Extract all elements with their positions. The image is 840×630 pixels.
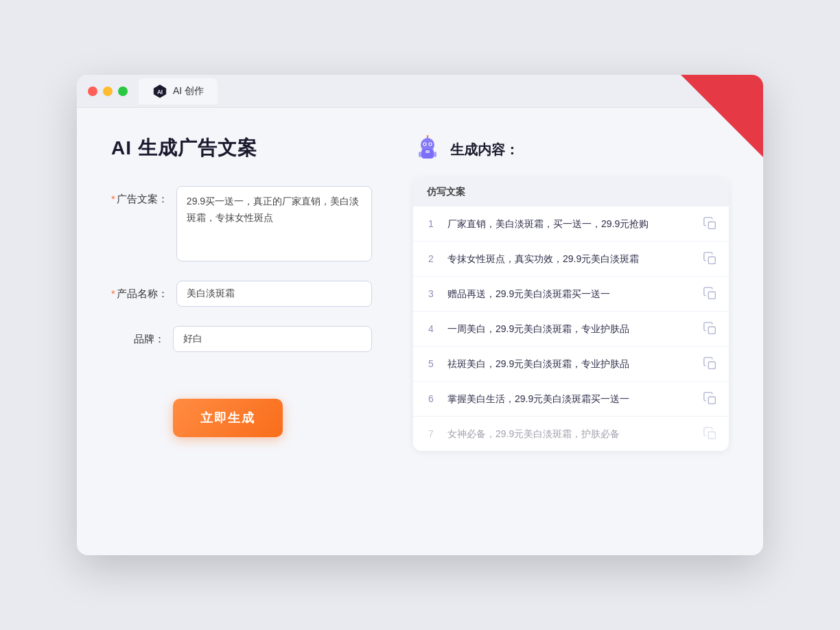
copy-icon[interactable] <box>703 286 718 301</box>
result-row: 6 掌握美白生活，29.9元美白淡斑霜买一送一 <box>413 382 729 417</box>
result-row: 7 女神必备，29.9元美白淡斑霜，护肤必备 <box>413 417 729 451</box>
svg-point-7 <box>424 143 425 145</box>
result-title: 生成内容： <box>450 141 519 159</box>
copy-icon[interactable] <box>703 426 718 441</box>
ad-copy-group: *广告文案： 29.9买一送一，真正的厂家直销，美白淡斑霜，专抹女性斑点 <box>111 186 372 261</box>
tab-ai-create[interactable]: AI AI 创作 <box>139 78 218 104</box>
row-number: 3 <box>424 288 438 299</box>
row-number: 5 <box>424 358 438 369</box>
ad-copy-label: *广告文案： <box>111 186 176 206</box>
required-star-product: * <box>111 288 115 299</box>
title-bar: AI AI 创作 <box>77 75 763 108</box>
copy-icon[interactable] <box>703 216 718 231</box>
svg-rect-15 <box>708 327 715 334</box>
results-container: 1 厂家直销，美白淡斑霜，买一送一，29.9元抢购 2 专抹女性斑点，真实功效，… <box>413 207 729 451</box>
svg-rect-4 <box>434 152 436 157</box>
row-number: 6 <box>424 393 438 404</box>
svg-rect-14 <box>708 292 715 299</box>
required-star-ad: * <box>111 193 115 205</box>
maximize-button[interactable] <box>118 86 128 96</box>
brand-label: 品牌： <box>111 326 173 346</box>
row-text: 祛斑美白，29.9元美白淡斑霜，专业护肤品 <box>447 357 693 371</box>
copy-icon[interactable] <box>703 251 718 266</box>
brand-input[interactable] <box>173 326 372 352</box>
copy-icon[interactable] <box>703 391 718 406</box>
result-header: 生成内容： <box>413 135 729 164</box>
right-panel: 生成内容： 仿写文案 1 厂家直销，美白淡斑霜，买一送一，29.9元抢购 2 专… <box>413 135 729 520</box>
result-table: 仿写文案 1 厂家直销，美白淡斑霜，买一送一，29.9元抢购 2 专抹女性斑点，… <box>413 178 729 451</box>
svg-point-8 <box>430 143 431 145</box>
row-number: 7 <box>424 428 438 439</box>
row-number: 2 <box>424 253 438 264</box>
result-row: 5 祛斑美白，29.9元美白淡斑霜，专业护肤品 <box>413 347 729 382</box>
product-name-input[interactable] <box>176 281 372 307</box>
row-text: 赠品再送，29.9元美白淡斑霜买一送一 <box>447 287 693 301</box>
svg-rect-16 <box>708 362 715 369</box>
result-row: 1 厂家直销，美白淡斑霜，买一送一，29.9元抢购 <box>413 207 729 242</box>
row-text: 女神必备，29.9元美白淡斑霜，护肤必备 <box>447 427 693 441</box>
svg-rect-17 <box>708 397 715 404</box>
product-name-label: *产品名称： <box>111 281 176 301</box>
generate-button[interactable]: 立即生成 <box>173 399 283 437</box>
page-title: AI 生成广告文案 <box>111 135 372 161</box>
close-button[interactable] <box>88 86 97 96</box>
product-name-group: *产品名称： <box>111 281 372 307</box>
svg-point-11 <box>427 135 429 137</box>
row-number: 1 <box>424 218 438 229</box>
result-table-header: 仿写文案 <box>413 178 729 207</box>
minimize-button[interactable] <box>103 86 113 96</box>
result-row: 4 一周美白，29.9元美白淡斑霜，专业护肤品 <box>413 312 729 347</box>
row-text: 一周美白，29.9元美白淡斑霜，专业护肤品 <box>447 322 693 336</box>
svg-rect-9 <box>425 150 430 153</box>
row-text: 专抹女性斑点，真实功效，29.9元美白淡斑霜 <box>447 252 693 266</box>
browser-window: AI AI 创作 AI 生成广告文案 *广告文案： 29.9买一送一，真正的厂家… <box>77 75 763 555</box>
svg-rect-13 <box>708 257 715 264</box>
row-number: 4 <box>424 323 438 334</box>
main-content: AI 生成广告文案 *广告文案： 29.9买一送一，真正的厂家直销，美白淡斑霜，… <box>77 108 763 547</box>
svg-rect-3 <box>419 152 421 157</box>
copy-icon[interactable] <box>703 356 718 371</box>
row-text: 掌握美白生活，29.9元美白淡斑霜买一送一 <box>447 392 693 406</box>
copy-icon[interactable] <box>703 321 718 336</box>
row-text: 厂家直销，美白淡斑霜，买一送一，29.9元抢购 <box>447 217 693 231</box>
result-row: 2 专抹女性斑点，真实功效，29.9元美白淡斑霜 <box>413 242 729 277</box>
svg-rect-12 <box>708 222 715 229</box>
svg-rect-18 <box>708 432 715 439</box>
traffic-lights <box>88 86 128 96</box>
robot-icon <box>413 135 442 164</box>
result-row: 3 赠品再送，29.9元美白淡斑霜买一送一 <box>413 277 729 312</box>
tab-label: AI 创作 <box>173 85 204 97</box>
ad-copy-input[interactable]: 29.9买一送一，真正的厂家直销，美白淡斑霜，专抹女性斑点 <box>176 186 372 261</box>
brand-group: 品牌： <box>111 326 372 352</box>
left-panel: AI 生成广告文案 *广告文案： 29.9买一送一，真正的厂家直销，美白淡斑霜，… <box>111 135 372 520</box>
svg-text:AI: AI <box>157 89 163 95</box>
ai-tab-icon: AI <box>152 84 167 99</box>
